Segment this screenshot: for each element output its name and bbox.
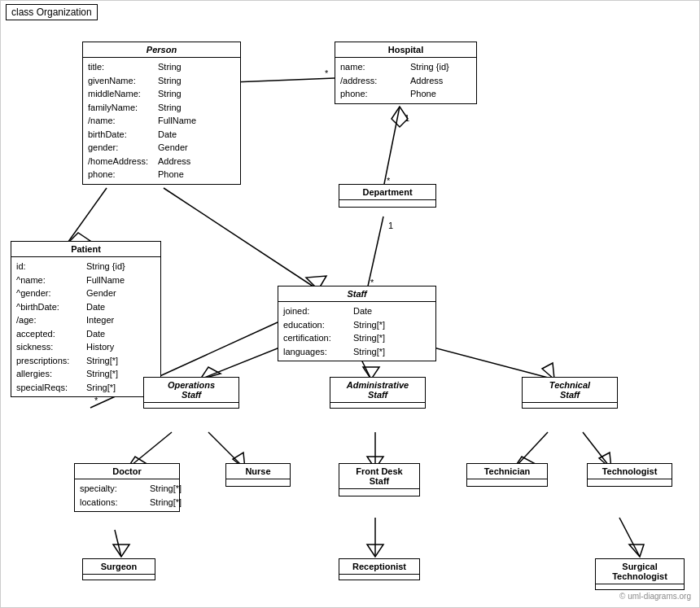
admin-staff-class-name: AdministrativeStaff	[330, 378, 425, 403]
person-class-name: Person	[83, 42, 240, 58]
operations-staff-attrs	[144, 403, 238, 408]
svg-marker-35	[629, 545, 644, 557]
hospital-class-attrs: name:String {id} /address:Address phone:…	[335, 58, 476, 103]
svg-marker-31	[113, 545, 129, 557]
svg-text:1: 1	[388, 221, 393, 230]
technical-staff-class: TechnicalStaff	[522, 377, 618, 409]
patient-class-name: Patient	[11, 242, 160, 257]
svg-line-30	[115, 530, 121, 557]
staff-class-name: Staff	[278, 287, 435, 302]
watermark: © uml-diagrams.org	[619, 592, 691, 601]
department-class: Department	[339, 184, 436, 208]
svg-marker-33	[367, 545, 383, 557]
surgeon-class-attrs	[83, 575, 155, 580]
admin-staff-attrs	[330, 403, 425, 408]
nurse-class: Nurse	[225, 463, 291, 487]
technical-staff-class-name: TechnicalStaff	[523, 378, 617, 403]
technician-class-attrs	[467, 479, 547, 486]
hospital-class: Hospital name:String {id} /address:Addre…	[335, 42, 477, 104]
technician-class-name: Technician	[467, 464, 547, 479]
svg-line-11	[367, 217, 383, 290]
technician-class: Technician	[466, 463, 548, 487]
staff-class: Staff joined:Date education:String[*] ce…	[278, 286, 436, 361]
receptionist-class-attrs	[339, 575, 419, 580]
staff-class-attrs: joined:Date education:String[*] certific…	[278, 302, 435, 361]
person-class-attrs: title:String givenName:String middleName…	[83, 58, 240, 184]
technical-staff-attrs	[523, 403, 617, 408]
nurse-class-name: Nurse	[226, 464, 290, 479]
doctor-class: Doctor specialty:String[*] locations:Str…	[74, 463, 180, 512]
nurse-class-attrs	[226, 479, 290, 486]
technologist-class-attrs	[588, 479, 672, 486]
receptionist-class-name: Receptionist	[339, 559, 419, 575]
svg-text:*: *	[325, 68, 329, 78]
doctor-class-attrs: specialty:String[*] locations:String[*]	[75, 479, 179, 511]
surgical-technologist-attrs	[596, 584, 684, 589]
surgical-technologist-class: SurgicalTechnologist	[595, 558, 685, 590]
diagram-container: class Organization * * 1 * 1 *	[0, 0, 700, 608]
person-class: Person title:String givenName:String mid…	[82, 42, 241, 185]
svg-line-7	[383, 107, 400, 188]
technologist-class: Technologist	[587, 463, 672, 487]
operations-staff-class-name: OperationsStaff	[144, 378, 238, 403]
surgeon-class: Surgeon	[82, 558, 155, 580]
svg-line-34	[619, 518, 640, 557]
svg-marker-8	[392, 107, 408, 127]
surgeon-class-name: Surgeon	[83, 559, 155, 575]
svg-text:1: 1	[405, 113, 409, 123]
front-desk-staff-class: Front DeskStaff	[339, 463, 420, 496]
svg-line-5	[164, 188, 318, 290]
doctor-class-name: Doctor	[75, 464, 179, 479]
front-desk-staff-attrs	[339, 489, 419, 496]
admin-staff-class: AdministrativeStaff	[330, 377, 426, 409]
operations-staff-class: OperationsStaff	[143, 377, 239, 409]
department-class-name: Department	[339, 185, 435, 200]
technologist-class-name: Technologist	[588, 464, 672, 479]
department-class-attrs	[339, 200, 435, 207]
front-desk-staff-class-name: Front DeskStaff	[339, 464, 419, 489]
surgical-technologist-class-name: SurgicalTechnologist	[596, 559, 684, 584]
hospital-class-name: Hospital	[335, 42, 476, 58]
patient-class-attrs: id:String {id} ^name:FullName ^gender:Ge…	[11, 257, 160, 396]
patient-class: Patient id:String {id} ^name:FullName ^g…	[11, 241, 161, 397]
diagram-title: class Organization	[6, 4, 98, 20]
svg-line-3	[66, 188, 107, 245]
svg-line-0	[233, 78, 335, 82]
receptionist-class: Receptionist	[339, 558, 420, 580]
